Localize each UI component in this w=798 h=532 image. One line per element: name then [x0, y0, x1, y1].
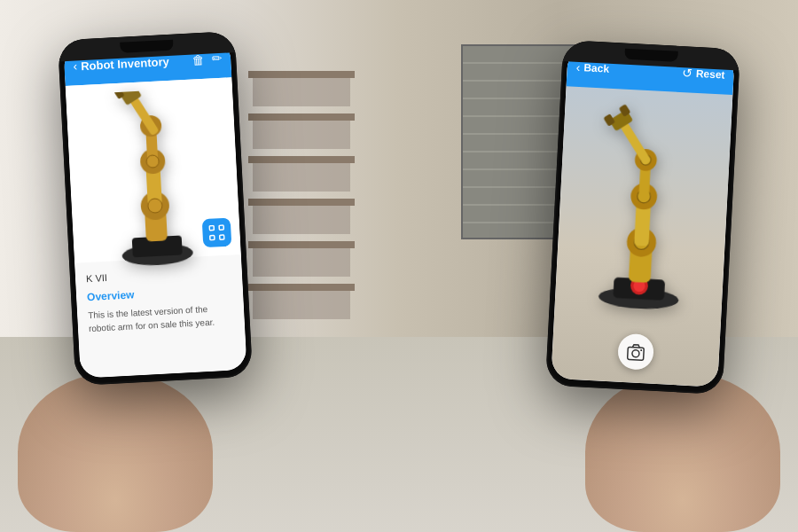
left-phone: ‹ Robot Inventory 🗑 ✏ [58, 31, 253, 386]
left-hand [18, 372, 213, 532]
svg-point-36 [632, 350, 639, 357]
svg-rect-15 [219, 225, 223, 230]
svg-point-12 [147, 199, 162, 214]
ar-back-arrow[interactable]: ‹ [575, 60, 581, 74]
ar-icon [208, 224, 225, 241]
capture-button[interactable] [617, 333, 654, 371]
svg-rect-17 [220, 235, 224, 239]
robot-arm-svg [87, 88, 220, 271]
ar-robot-container [571, 105, 714, 332]
svg-rect-16 [210, 236, 215, 240]
warehouse-shelves [248, 71, 355, 337]
svg-rect-35 [628, 347, 645, 360]
robot-model-container [87, 88, 219, 254]
right-phone: ‹ Back ↺ Reset [545, 40, 740, 395]
svg-point-13 [146, 155, 160, 168]
left-screen-content: ‹ Robot Inventory 🗑 ✏ [63, 38, 246, 378]
right-hand [585, 372, 780, 532]
camera-icon [625, 341, 645, 362]
overview-heading: Overview [87, 284, 233, 304]
left-phone-screen: ‹ Robot Inventory 🗑 ✏ [63, 38, 246, 378]
overview-description: This is the latest version of the roboti… [88, 301, 234, 336]
ar-view-button[interactable] [202, 218, 232, 248]
ar-robot-arm-svg [571, 96, 714, 332]
ar-screen-content: ‹ Back ↺ Reset [551, 47, 734, 387]
robot-image-area [66, 77, 241, 263]
svg-rect-11 [129, 88, 139, 90]
back-arrow-icon[interactable]: ‹ [73, 59, 78, 73]
product-content: K VII Overview This is the latest versio… [74, 254, 247, 379]
right-phone-notch [624, 49, 678, 62]
svg-rect-14 [209, 226, 214, 231]
svg-point-37 [640, 349, 642, 351]
phone-notch [120, 40, 174, 53]
right-phone-screen: ‹ Back ↺ Reset [551, 47, 734, 387]
